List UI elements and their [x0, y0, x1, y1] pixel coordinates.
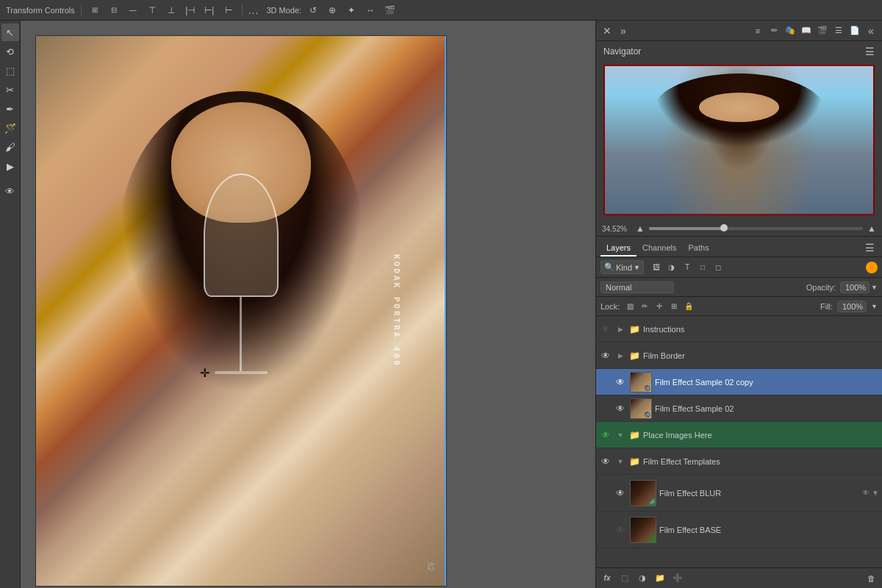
- layer-folder-place-images: 📁: [628, 429, 640, 441]
- group-button[interactable]: 📁: [653, 572, 667, 585]
- filter-icon-adjust[interactable]: ◑: [665, 261, 678, 274]
- layer-folder-templates: 📁: [628, 456, 640, 467]
- navigator-menu-btn[interactable]: ☰: [865, 46, 875, 57]
- panel-icon-filters[interactable]: ≡: [751, 24, 764, 37]
- layers-tab-menu[interactable]: ☰: [862, 239, 878, 257]
- fx-button[interactable]: fx: [600, 572, 614, 585]
- layer-row-place-images[interactable]: 👁 ▼ 📁 Place Images Here: [596, 422, 882, 448]
- opacity-dropdown-btn[interactable]: ▼: [871, 284, 878, 291]
- panel-collapse-btn[interactable]: «: [864, 24, 878, 37]
- toolbar-btn-3[interactable]: —: [126, 3, 140, 18]
- fill-dropdown-btn[interactable]: ▼: [871, 303, 878, 310]
- fill-value[interactable]: 100%: [837, 301, 867, 312]
- blend-mode-select-wrap: Normal Multiply Screen Overlay: [600, 282, 674, 293]
- toolbar-3d-btn-5[interactable]: 🎬: [382, 3, 397, 18]
- filter-toggle[interactable]: [866, 262, 878, 273]
- opacity-value[interactable]: 100%: [840, 282, 870, 293]
- zoom-slider[interactable]: [649, 227, 863, 230]
- layer-name-base: Film Effect BASE: [659, 526, 879, 534]
- toolbar-3d-btn-1[interactable]: ↺: [306, 3, 320, 18]
- filter-icon-smart[interactable]: ◻: [711, 261, 725, 274]
- toolbar-btn-7[interactable]: ⊢|: [202, 3, 217, 18]
- filter-kind-select[interactable]: 🔍 Kind ▼: [600, 260, 644, 274]
- lock-all-btn[interactable]: 🔒: [683, 301, 695, 312]
- layer-name-templates: Film Effect Templates: [643, 457, 879, 466]
- lock-icons: ▨ ✏ ✛ ⊞ 🔒: [624, 301, 695, 312]
- layer-row-sample-02[interactable]: 👁 🔗 Film Effect Sample 02: [596, 395, 882, 422]
- zoom-out-btn[interactable]: ▲: [636, 223, 645, 234]
- tool-rotate[interactable]: ⟲: [1, 43, 19, 60]
- toolbar-btn-6[interactable]: |⊣: [183, 3, 198, 18]
- layer-row-sample-02-copy[interactable]: 👁 🔗 Film Effect Sample 02 copy: [596, 369, 882, 395]
- layer-visibility-place-images[interactable]: 👁: [599, 429, 612, 442]
- layer-visibility-instructions[interactable]: 👁: [599, 323, 612, 336]
- tool-pen[interactable]: ✒: [1, 100, 19, 118]
- lock-transparent-btn[interactable]: ▨: [624, 301, 636, 312]
- left-tools: ↖ ⟲ ⬚ ✂ ✒ 🪄 🖌 ▶ 👁: [0, 21, 21, 588]
- layer-row-film-border[interactable]: 👁 ▶ 📁 Film Border: [596, 343, 882, 369]
- crosshair-tool: ✛: [200, 366, 215, 381]
- layer-row-blur[interactable]: 👁 🔗 Film Effect BLUR 👁 ▼: [596, 475, 882, 512]
- toolbar-3d-btn-3[interactable]: ✦: [344, 3, 359, 18]
- toolbar-btn-8[interactable]: ⊢: [221, 3, 236, 18]
- layer-visibility-blur[interactable]: 👁: [614, 487, 627, 500]
- zoom-in-btn[interactable]: ▲: [867, 223, 876, 234]
- panel-expand-btn[interactable]: »: [617, 24, 630, 37]
- toolbar-3d-btn-2[interactable]: ⊕: [325, 3, 340, 18]
- tool-select-rect[interactable]: ⬚: [1, 62, 19, 79]
- toolbar-3d-btn-4[interactable]: ↔: [363, 3, 378, 18]
- layer-expand-film-border[interactable]: ▶: [615, 351, 625, 361]
- photo-base: ✛ KODAK PORTRA 400 52: [36, 36, 446, 586]
- lock-artboard-btn[interactable]: ⊞: [668, 301, 680, 312]
- layer-extra-eye-blur[interactable]: 👁: [862, 489, 870, 497]
- layer-visibility-sample-02-copy[interactable]: 👁: [614, 376, 627, 389]
- layer-expand-place-images[interactable]: ▼: [615, 430, 625, 440]
- canvas-image[interactable]: ✛ KODAK PORTRA 400 52: [35, 35, 447, 587]
- panel-icon-doc[interactable]: 📄: [848, 24, 861, 37]
- layer-visibility-film-border[interactable]: 👁: [599, 349, 612, 362]
- toolbar-btn-2[interactable]: ⊟: [107, 3, 121, 18]
- panel-icon-fx[interactable]: 🎭: [784, 24, 797, 37]
- panel-icon-edit[interactable]: ✏: [767, 24, 781, 37]
- layer-expand-instructions[interactable]: ▶: [615, 324, 625, 334]
- lock-paint-btn[interactable]: ✏: [639, 301, 650, 312]
- tool-arrow[interactable]: ↖: [1, 24, 19, 41]
- zoom-thumb[interactable]: [720, 224, 728, 232]
- new-layer-button[interactable]: ➕: [671, 572, 684, 585]
- tab-paths[interactable]: Paths: [683, 240, 715, 257]
- main-area: ↖ ⟲ ⬚ ✂ ✒ 🪄 🖌 ▶ 👁 ✛ KODAK PORTRA 400: [0, 21, 882, 588]
- tab-layers[interactable]: Layers: [600, 240, 637, 257]
- tool-play[interactable]: ▶: [1, 157, 19, 175]
- panel-icon-film[interactable]: 🎬: [816, 24, 829, 37]
- filter-icon-shape[interactable]: □: [696, 261, 709, 274]
- layer-visibility-sample-02[interactable]: 👁: [614, 402, 627, 415]
- tool-brush[interactable]: 🖌: [1, 138, 19, 156]
- layer-visibility-base[interactable]: 👁: [614, 523, 627, 537]
- toolbar-btn-1[interactable]: ⊞: [87, 3, 102, 18]
- thumb-chain-sample-02: 🔗: [645, 412, 650, 417]
- lock-position-btn[interactable]: ✛: [653, 301, 665, 312]
- panel-icon-menu[interactable]: ☰: [832, 24, 845, 37]
- layer-visibility-templates[interactable]: 👁: [599, 455, 612, 468]
- layer-row-base[interactable]: 👁 Film Effect BASE: [596, 512, 882, 548]
- toolbar-more[interactable]: ...: [248, 4, 259, 16]
- tool-lasso[interactable]: ✂: [1, 81, 19, 98]
- filter-icon-pixel[interactable]: 🖼: [650, 261, 663, 274]
- adjustment-button[interactable]: ◑: [636, 572, 649, 585]
- layer-expand-templates[interactable]: ▼: [615, 456, 625, 467]
- tool-view[interactable]: 👁: [1, 182, 19, 200]
- tool-magic-wand[interactable]: 🪄: [1, 119, 19, 137]
- filter-icon-text[interactable]: T: [681, 261, 694, 274]
- delete-layer-button[interactable]: 🗑: [864, 572, 878, 585]
- panel-icon-book[interactable]: 📖: [800, 24, 813, 37]
- panel-close-btn[interactable]: ✕: [600, 24, 614, 37]
- add-mask-button[interactable]: ⬚: [618, 572, 631, 585]
- preview-photo: [605, 66, 873, 214]
- toolbar-btn-4[interactable]: ⊤: [145, 3, 159, 18]
- layer-row-templates[interactable]: 👁 ▼ 📁 Film Effect Templates: [596, 448, 882, 475]
- tab-channels[interactable]: Channels: [637, 240, 682, 257]
- layer-row-instructions[interactable]: 👁 ▶ 📁 Instructions: [596, 316, 882, 343]
- toolbar-btn-5[interactable]: ⊥: [164, 3, 179, 18]
- layer-extra-arrow-blur[interactable]: ▼: [872, 489, 879, 497]
- blend-mode-select[interactable]: Normal Multiply Screen Overlay: [600, 282, 674, 293]
